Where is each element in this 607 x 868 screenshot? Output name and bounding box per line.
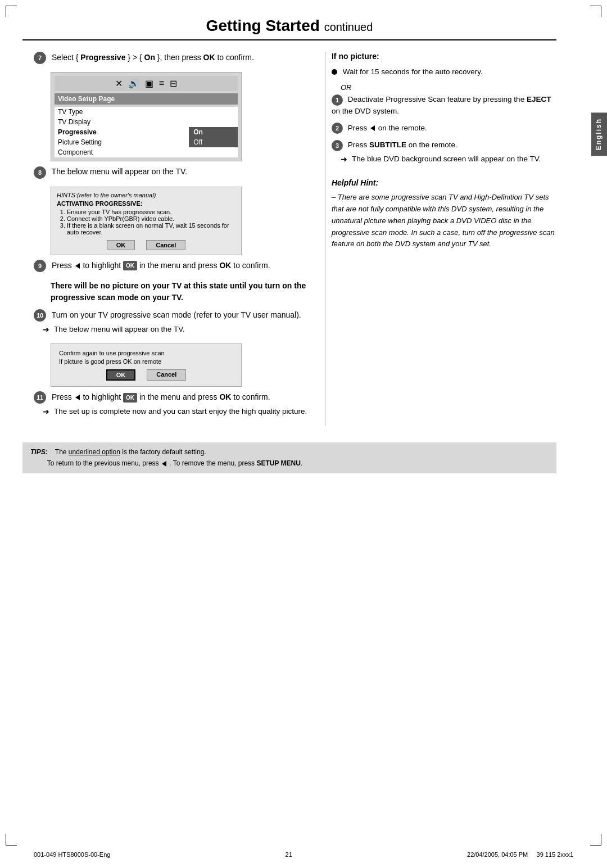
left-arrow-icon-right — [370, 125, 375, 131]
helpful-hint-title: Helpful Hint: — [332, 177, 556, 189]
row-label: TV Type — [55, 107, 189, 117]
bullet-text-1: Wait for 15 seconds for the auto recover… — [343, 67, 483, 76]
step-8-number: 8 — [34, 166, 46, 179]
footer-left: 001-049 HTS8000S-00-Eng — [34, 851, 110, 858]
row-value-progressive: On — [189, 127, 238, 137]
right-step-1-number: 1 — [332, 94, 343, 106]
step-9-number: 9 — [34, 260, 46, 272]
tips-text1: The — [55, 448, 69, 456]
if-no-picture-title: If no picture: — [332, 52, 556, 61]
video-setup-menu: ✕ 🔊 ▣ ≡ ⊟ Video Setup Page TV Type TV Di… — [51, 72, 242, 161]
right-step-3-sub-text: The blue DVD background screen will appe… — [352, 153, 541, 165]
step-11-sub: ➜ The set up is complete now and you can… — [43, 406, 309, 418]
row-value — [189, 117, 238, 127]
table-row: Picture Setting Off — [55, 137, 238, 147]
table-row: TV Display — [55, 117, 238, 127]
right-column: If no picture: Wait for 15 seconds for t… — [325, 52, 556, 426]
footer-date: 22/04/2005, 04:05 PM — [467, 851, 528, 858]
hints-cancel-btn[interactable]: Cancel — [146, 240, 185, 250]
left-arrow-icon — [75, 263, 80, 269]
page-container: English Getting Started continued 7 Sele… — [0, 0, 607, 868]
tips-text2: is the factory default setting. — [122, 448, 206, 456]
right-step-1: 1 Deactivate Progressive Scan feature by… — [332, 94, 556, 117]
menu-title: Video Setup Page — [55, 93, 238, 105]
hints-ok-btn[interactable]: OK — [107, 240, 135, 250]
confirm-cancel-btn[interactable]: Cancel — [147, 369, 186, 381]
helpful-hint: Helpful Hint: – There are some progressi… — [332, 177, 556, 250]
tips-bar: TIPS: The underlined option is the facto… — [22, 442, 556, 473]
helpful-hint-text: – There are some progressive scan TV and… — [332, 192, 556, 250]
step-8: 8 The below menu will appear on the TV. — [34, 166, 309, 178]
icon-menu2: ⊟ — [170, 78, 177, 89]
right-step-3-text: Press SUBTITLE on the remote. — [348, 141, 457, 149]
right-step-2: 2 Press on the remote. — [332, 123, 556, 134]
tips-text4: . To remove the menu, press SETUP MENU. — [169, 459, 302, 467]
row-value-off: Off — [189, 137, 238, 147]
step-10-sub: ➜ The below menu will appear on the TV. — [43, 324, 309, 336]
step-11-number: 11 — [34, 391, 46, 404]
ok-badge-2: OK — [123, 393, 137, 403]
arrow-indicator-2: ➜ — [43, 406, 49, 418]
step-9-text: Press to highlight OK in the menu and pr… — [52, 261, 270, 270]
right-step-3-number: 3 — [332, 140, 343, 151]
hints-title: HINTS:(refer to the owner's manual) — [57, 192, 235, 198]
ok-badge: OK — [123, 261, 137, 270]
step-11-text: Press to highlight OK in the menu and pr… — [52, 392, 270, 401]
step-10: 10 Turn on your TV progressive scan mode… — [34, 309, 309, 336]
footer: 001-049 HTS8000S-00-Eng 21 22/04/2005, 0… — [0, 851, 607, 858]
hints-list: Ensure your TV has progressive scan. Con… — [57, 209, 235, 236]
confirm-ok-btn[interactable]: OK — [106, 369, 136, 381]
row-label: Picture Setting — [55, 137, 189, 147]
footer-center-left: 21 — [286, 851, 292, 858]
footer-right: 22/04/2005, 04:05 PM 39 115 2xxx1 — [467, 851, 573, 858]
step-7: 7 Select { Progressive } > { On }, then … — [34, 52, 309, 64]
row-value — [189, 147, 238, 157]
icon-x: ✕ — [115, 78, 123, 89]
hints-btn-row: OK Cancel — [57, 240, 235, 250]
arrow-indicator: ➜ — [43, 324, 49, 336]
confirm-line2: If picture is good press OK on remote — [59, 358, 233, 365]
right-step-3: 3 Press SUBTITLE on the remote. ➜ The bl… — [332, 139, 556, 165]
list-item: Connect with YPbPr(GBR) video cable. — [67, 215, 235, 222]
step-7-number: 7 — [34, 52, 46, 64]
corner-br — [590, 834, 601, 846]
left-arrow-icon-2 — [75, 395, 80, 400]
table-row: TV Type — [55, 107, 238, 117]
title-suffix: continued — [324, 21, 373, 33]
row-label: Component — [55, 147, 189, 157]
step-10-number: 10 — [34, 309, 46, 322]
icon-menu1: ≡ — [159, 78, 164, 89]
tips-label: TIPS: — [30, 448, 48, 456]
icon-video: ▣ — [145, 78, 153, 89]
page-title: Getting Started continued — [22, 17, 556, 40]
corner-tr — [590, 6, 601, 17]
confirm-line1: Confirm again to use progressive scan — [59, 350, 233, 356]
side-language-label: English — [591, 112, 607, 156]
step-10-text: Turn on your TV progressive scan mode (r… — [52, 310, 301, 319]
step-8-text: The below menu will appear on the TV. — [52, 167, 187, 176]
tips-underline: underlined option — [69, 448, 120, 456]
confirm-box: Confirm again to use progressive scan If… — [51, 343, 242, 387]
right-step-2-text: Press on the remote. — [348, 124, 427, 132]
step-7-text: Select { Progressive } > { On }, then pr… — [52, 53, 254, 62]
right-step-1-text: Deactivate Progressive Scan feature by p… — [332, 95, 551, 115]
corner-tl — [6, 6, 17, 17]
confirm-btn-row: OK Cancel — [59, 369, 233, 381]
row-label-progressive: Progressive — [55, 127, 189, 137]
step-9: 9 Press to highlight OK in the menu and … — [34, 260, 309, 272]
row-label: TV Display — [55, 117, 189, 127]
icon-sound: 🔊 — [128, 78, 139, 89]
list-item: Ensure your TV has progressive scan. — [67, 209, 235, 215]
tips-left-arrow — [162, 461, 166, 467]
hints-box: HINTS:(refer to the owner's manual) ACTI… — [51, 187, 242, 255]
step-10-sub-text: The below menu will appear on the TV. — [54, 324, 185, 335]
menu-icons: ✕ 🔊 ▣ ≡ ⊟ — [55, 76, 238, 91]
step-11-sub-text: The set up is complete now and you can s… — [54, 406, 307, 417]
bullet-dot-1 — [332, 69, 337, 75]
hints-section: ACTIVATING PROGRESSIVE: — [57, 200, 235, 207]
footer-code: 39 115 2xxx1 — [537, 851, 573, 858]
right-step-3-sub: ➜ The blue DVD background screen will ap… — [341, 153, 556, 165]
table-row: Component — [55, 147, 238, 157]
menu-table: TV Type TV Display Progressive On Pictur… — [55, 107, 238, 157]
arrow-indicator-r: ➜ — [341, 153, 347, 165]
